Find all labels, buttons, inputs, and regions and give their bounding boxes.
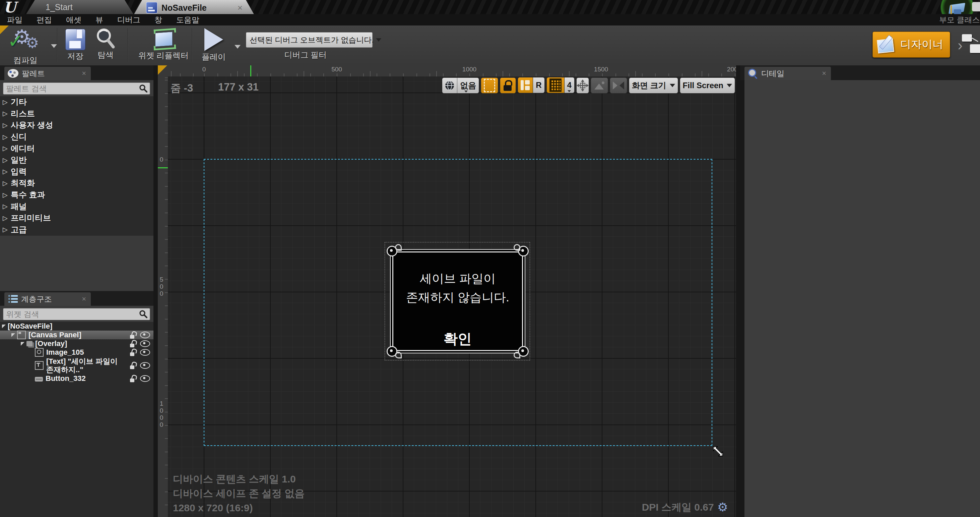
eye-icon[interactable]: [140, 375, 150, 382]
palette-category-panel[interactable]: ▷패널: [0, 201, 153, 212]
preview-background-button[interactable]: 없음: [442, 77, 479, 94]
menu-file[interactable]: 파일: [0, 15, 30, 25]
transform-mode-button[interactable]: [576, 77, 589, 94]
palette-category-user-created[interactable]: ▷사용자 생성: [0, 120, 153, 131]
play-icon: [204, 28, 223, 51]
dialog-confirm-button[interactable]: 확인: [391, 330, 525, 348]
asset-tab-nosavefile[interactable]: NoSaveFile ×: [134, 0, 255, 14]
palette-category-common[interactable]: ▷일반: [0, 154, 153, 166]
move-anchor-icon: [577, 80, 589, 91]
play-button[interactable]: 플레이: [197, 28, 231, 62]
palette-category-optimization[interactable]: ▷최적화: [0, 177, 153, 189]
close-icon[interactable]: ×: [82, 295, 86, 303]
eye-icon[interactable]: [140, 332, 150, 338]
grid-snap-toggle[interactable]: [546, 77, 564, 93]
expander-icon[interactable]: ▷: [3, 133, 11, 141]
window-corner-button[interactable]: [972, 2, 980, 11]
fill-screen-dropdown[interactable]: Fill Screen: [680, 77, 735, 94]
palette-category-editor[interactable]: ▷에디터: [0, 142, 153, 154]
tree-row-canvas-panel[interactable]: [Canvas Panel]: [0, 330, 153, 339]
compile-button[interactable]: ⚙ ⚙ ✓ 컴파일: [4, 28, 47, 66]
palette-category-input[interactable]: ▷입력: [0, 166, 153, 178]
flip-preview-button[interactable]: [610, 77, 627, 94]
selection-outline-toggle[interactable]: [481, 77, 498, 94]
tree-row-root[interactable]: [NoSaveFile]: [0, 322, 153, 330]
hierarchy-search-box[interactable]: [3, 308, 150, 320]
menu-view[interactable]: 뷰: [89, 15, 110, 25]
details-panel: 디테일 ×: [740, 65, 980, 517]
expander-icon[interactable]: ▷: [3, 168, 11, 176]
grid-snap-size-dropdown[interactable]: 4: [564, 77, 574, 93]
eye-icon[interactable]: [140, 349, 150, 356]
tree-row-button[interactable]: Button_332: [0, 374, 153, 383]
expander-icon[interactable]: ▷: [3, 203, 11, 210]
flip-icon: [613, 81, 624, 90]
resolution-label: 1280 x 720 (16:9): [173, 501, 305, 515]
menu-debug[interactable]: 디버그: [110, 15, 148, 25]
compile-dropdown-arrow-icon[interactable]: [51, 44, 57, 48]
browse-button[interactable]: 탐색: [91, 27, 120, 61]
rotation-mode-button[interactable]: R: [533, 77, 544, 93]
menu-edit[interactable]: 편집: [30, 15, 59, 25]
expander-icon[interactable]: ▷: [3, 226, 11, 233]
expander-icon[interactable]: [11, 333, 15, 337]
tab-details[interactable]: 디테일 ×: [745, 67, 831, 80]
palette-search-box[interactable]: [3, 83, 150, 94]
menu-help[interactable]: 도움말: [169, 15, 207, 25]
asset-tab-1start[interactable]: 1_Start: [26, 0, 134, 14]
expander-icon[interactable]: ▷: [3, 214, 11, 222]
graph-mode-button[interactable]: [960, 33, 980, 56]
palette-empty-area: [0, 236, 153, 291]
eye-icon[interactable]: [140, 340, 150, 347]
menu-asset[interactable]: 애셋: [59, 15, 89, 25]
expander-icon[interactable]: ▷: [3, 179, 11, 187]
designer-mode-button[interactable]: 디자이너: [872, 32, 950, 57]
tree-row-text[interactable]: [Text] "세이브 파일이 존재하지..": [0, 357, 153, 374]
palette-category-synth[interactable]: ▷신디: [0, 131, 153, 143]
respect-locks-toggle[interactable]: [518, 77, 533, 93]
palette-search-input[interactable]: [3, 84, 139, 93]
palette-category-special-effects[interactable]: ▷특수 효과: [0, 189, 153, 201]
tree-row-overlay[interactable]: [Overlay]: [0, 339, 153, 348]
screen-size-dropdown[interactable]: 화면 크기: [629, 77, 678, 94]
close-icon[interactable]: ×: [82, 69, 86, 78]
preview-none-label: 없음: [457, 80, 479, 91]
debug-object-dropdown[interactable]: 선택된 디버그 오브젝트가 없습니다.: [246, 32, 372, 48]
design-canvas[interactable]: 줌 -3 177 x 31 없음: [168, 77, 736, 517]
expander-icon[interactable]: ▷: [3, 121, 11, 129]
expander-icon[interactable]: ▷: [3, 191, 11, 199]
lock-open-icon[interactable]: [129, 375, 136, 382]
close-icon[interactable]: ×: [237, 3, 243, 12]
widget-search-input[interactable]: [3, 310, 139, 319]
toolbar-separator: [192, 28, 192, 62]
close-icon[interactable]: ×: [822, 69, 826, 78]
expander-icon[interactable]: [2, 324, 6, 328]
tab-palette[interactable]: 팔레트 ×: [4, 67, 91, 80]
dialog-widget-marquee[interactable]: 세이브 파일이 존재하지 않습니다. 확인: [385, 242, 530, 361]
preview-image-button[interactable]: [591, 77, 608, 94]
lock-open-icon[interactable]: [129, 340, 136, 347]
save-button[interactable]: 저장: [62, 29, 89, 62]
expander-icon[interactable]: ▷: [3, 156, 11, 164]
tutorial-button[interactable]: [940, 0, 974, 14]
gear-icon[interactable]: ⚙: [718, 500, 728, 514]
expander-icon[interactable]: ▷: [3, 145, 11, 152]
menu-window[interactable]: 창: [148, 15, 169, 25]
palette-category-etc[interactable]: ▷기타: [0, 96, 153, 108]
eye-icon[interactable]: [140, 362, 150, 369]
palette-category-list[interactable]: ▷리스트: [0, 108, 153, 120]
expander-icon[interactable]: ▷: [3, 110, 11, 117]
lock-widgets-toggle[interactable]: [500, 77, 516, 94]
play-dropdown-arrow-icon[interactable]: [234, 45, 240, 49]
tree-row-image[interactable]: Image_105: [0, 348, 153, 357]
lock-open-icon[interactable]: [129, 349, 136, 356]
tab-hierarchy[interactable]: 계층구조 ×: [4, 292, 91, 306]
palette-category-primitive[interactable]: ▷프리미티브: [0, 212, 153, 224]
expander-icon[interactable]: ▷: [3, 98, 11, 106]
expander-icon[interactable]: [21, 342, 24, 346]
lock-open-icon[interactable]: [129, 362, 136, 369]
widget-reflector-button[interactable]: 위젯 리플렉터: [137, 29, 190, 61]
palette-category-advanced[interactable]: ▷고급: [0, 224, 153, 236]
lock-open-icon[interactable]: [129, 331, 136, 338]
details-body: [740, 80, 980, 517]
